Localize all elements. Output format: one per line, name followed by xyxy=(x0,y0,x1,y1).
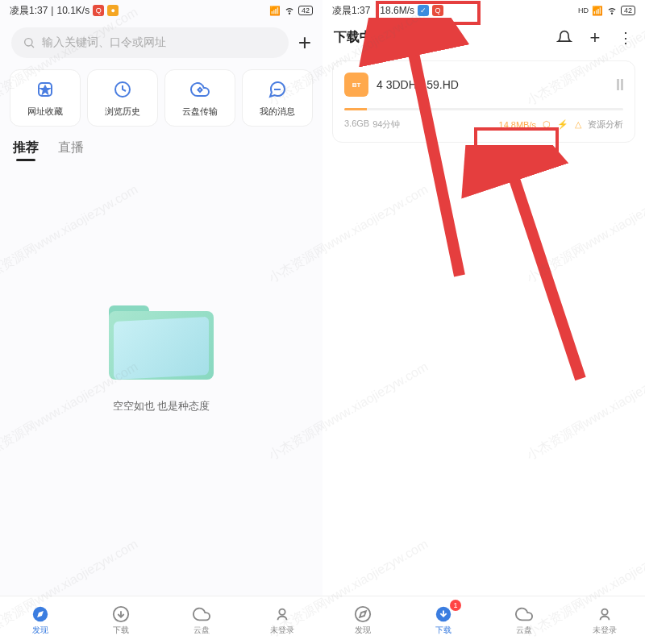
svg-marker-14 xyxy=(360,611,366,617)
nav-label: 下载 xyxy=(113,625,129,636)
badge-count: 1 xyxy=(450,600,461,611)
svg-point-13 xyxy=(356,606,370,621)
tab-recommend[interactable]: 推荐 xyxy=(13,139,39,156)
tab-live[interactable]: 直播 xyxy=(58,139,84,156)
search-icon xyxy=(23,36,35,49)
tab-downloading[interactable]: 下载中1 xyxy=(334,29,379,46)
right-screenshot: 凌晨1:37 18.6M/s ✓ Q HD 📶 42 下载中1 已完成 + ⋮ xyxy=(322,0,645,644)
status-time: 凌晨1:37 xyxy=(332,4,370,18)
signal-icon: HD xyxy=(578,6,589,15)
qq-icon: Q xyxy=(432,5,443,16)
nav-cloud[interactable]: 云盘 xyxy=(484,596,564,644)
empty-state: 空空如也 也是种态度 xyxy=(0,164,322,644)
cloud-transfer-icon xyxy=(189,78,211,101)
signal-icon: 📶 xyxy=(592,6,603,16)
status-bar: 凌晨1:37 18.6M/s ✓ Q HD 📶 42 xyxy=(322,0,645,21)
quick-card-cloud[interactable]: 云盘传输 xyxy=(164,69,235,127)
qq-icon: Q xyxy=(93,5,104,16)
pause-button[interactable] xyxy=(617,79,623,90)
cloud-icon xyxy=(515,605,533,623)
bt-icon: BT xyxy=(344,73,368,97)
nav-label: 下载 xyxy=(435,625,452,636)
folder-icon xyxy=(109,299,214,380)
star-icon xyxy=(34,78,56,101)
analyze-link[interactable]: 资源分析 xyxy=(588,118,623,131)
download-filename: 4 3DDH-159.HD xyxy=(377,78,609,91)
notify-icon[interactable] xyxy=(556,30,572,46)
svg-point-1 xyxy=(25,39,32,46)
wifi-icon xyxy=(284,4,295,17)
boost-icon[interactable]: ⬡ xyxy=(543,119,551,130)
wifi-icon xyxy=(606,4,618,17)
battery-indicator: 42 xyxy=(298,6,313,15)
add-button[interactable]: + xyxy=(298,30,311,56)
nav-label: 未登录 xyxy=(593,625,617,636)
quick-label: 浏览历史 xyxy=(105,106,140,118)
left-screenshot: 凌晨1:37 | 10.1K/s Q ● 📶 42 输入关键词、口令或网址 + … xyxy=(0,0,322,644)
quick-card-bookmarks[interactable]: 网址收藏 xyxy=(10,69,81,127)
download-size: 3.6GB xyxy=(344,118,369,131)
download-icon xyxy=(112,605,130,623)
download-count: 1 xyxy=(374,33,379,42)
download-speed: 14.8MB/s xyxy=(499,120,536,130)
bottom-nav: 发现 1 下载 云盘 未登录 xyxy=(322,596,645,644)
nav-label: 发现 xyxy=(355,625,371,636)
status-time: 凌晨1:37 xyxy=(10,4,48,18)
bottom-nav: 发现 下载 云盘 未登录 xyxy=(0,596,322,644)
download-eta: 94分钟 xyxy=(372,118,400,131)
status-net-speed: 10.1K/s xyxy=(56,5,89,16)
cloud-icon xyxy=(193,605,210,623)
quick-label: 网址收藏 xyxy=(27,106,63,118)
compass-icon xyxy=(354,605,372,623)
nav-label: 云盘 xyxy=(516,625,532,636)
nav-label: 发现 xyxy=(32,625,48,636)
warn-icon: △ xyxy=(575,119,581,130)
progress-bar xyxy=(344,108,623,110)
add-button[interactable]: + xyxy=(587,30,603,46)
tab-completed[interactable]: 已完成 xyxy=(395,29,434,46)
more-icon[interactable]: ⋮ xyxy=(618,30,634,46)
nav-cloud[interactable]: 云盘 xyxy=(161,596,242,644)
empty-text: 空空如也 也是种态度 xyxy=(113,399,210,413)
quick-card-history[interactable]: 浏览历史 xyxy=(87,69,158,127)
nav-label: 未登录 xyxy=(270,625,294,636)
quick-label: 我的消息 xyxy=(260,106,295,118)
app-icon: ● xyxy=(107,5,119,16)
user-icon xyxy=(596,605,614,623)
signal-icon: 📶 xyxy=(269,6,281,16)
nav-profile[interactable]: 未登录 xyxy=(564,596,645,644)
speed-toggle-icon[interactable]: ⚡ xyxy=(557,119,568,130)
message-icon xyxy=(266,78,289,101)
app-icon: ✓ xyxy=(418,5,429,16)
search-input[interactable]: 输入关键词、口令或网址 xyxy=(11,27,289,58)
status-bar: 凌晨1:37 | 10.1K/s Q ● 📶 42 xyxy=(0,0,322,21)
quick-card-messages[interactable]: 我的消息 xyxy=(242,69,313,127)
svg-point-0 xyxy=(289,13,289,14)
clock-icon xyxy=(111,78,134,101)
nav-discover[interactable]: 发现 xyxy=(322,596,403,644)
svg-point-12 xyxy=(611,13,612,14)
search-placeholder: 输入关键词、口令或网址 xyxy=(42,35,166,50)
status-net-speed: 18.6M/s xyxy=(380,5,414,16)
svg-point-17 xyxy=(601,609,607,614)
compass-icon xyxy=(31,605,49,623)
nav-download[interactable]: 下载 xyxy=(81,596,161,644)
svg-point-11 xyxy=(279,609,285,614)
nav-discover[interactable]: 发现 xyxy=(0,596,81,644)
svg-marker-4 xyxy=(41,86,49,93)
download-item[interactable]: BT 4 3DDH-159.HD 3.6GB 94分钟 14.8MB/s ⬡ ⚡… xyxy=(332,60,635,143)
nav-download[interactable]: 1 下载 xyxy=(403,596,484,644)
nav-label: 云盘 xyxy=(194,625,210,636)
nav-profile[interactable]: 未登录 xyxy=(242,596,322,644)
user-icon xyxy=(273,605,291,623)
quick-label: 云盘传输 xyxy=(182,106,218,118)
svg-line-2 xyxy=(31,45,34,48)
battery-indicator: 42 xyxy=(621,6,635,15)
